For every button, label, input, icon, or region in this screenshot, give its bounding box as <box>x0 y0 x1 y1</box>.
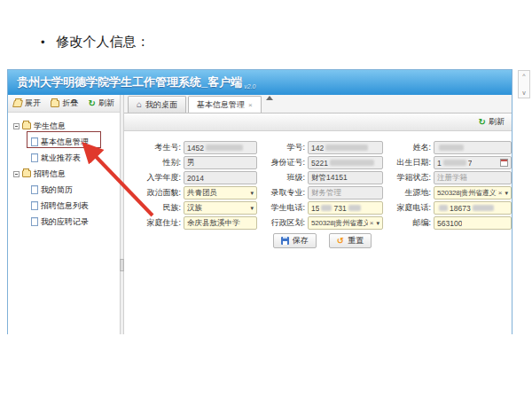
redacted-text <box>443 160 466 166</box>
tab-bar: ⌂ 我的桌面 基本信息管理 × <box>124 95 512 113</box>
panel-refresh-label: 刷新 <box>489 116 505 128</box>
panel-collapse-arrow-icon[interactable] <box>266 96 273 100</box>
field-label: 生源地: <box>383 187 431 199</box>
admin-district-combobox[interactable]: 520328|贵州省遵义市湄潭 × ▾ <box>308 216 383 230</box>
tree-refresh-label: 刷新 <box>98 98 114 109</box>
collapse-minus-icon[interactable] <box>13 123 20 129</box>
expand-all-button[interactable]: 展开 <box>13 98 41 109</box>
reset-button[interactable]: ↺ 重置 <box>329 233 372 248</box>
field-postcode: 邮编: 563100 <box>383 215 512 231</box>
field-id-card: 身份证号: 5221 <box>257 155 383 170</box>
chevron-down-icon[interactable]: ▾ <box>250 190 254 197</box>
tree-node-label: 就业推荐表 <box>41 153 81 164</box>
clear-icon[interactable]: × <box>370 219 374 227</box>
sidebar-splitter[interactable] <box>120 95 124 334</box>
ethnicity-select[interactable]: 汉族 ▾ <box>184 201 257 215</box>
app-window: 贵州大学明德学院学生工作管理系统_客户端 v2.0 展开 折叠 ↻ 刷新 <box>7 69 512 334</box>
tab-label: 我的桌面 <box>145 99 177 111</box>
tree-refresh-button[interactable]: ↻ 刷新 <box>89 98 114 109</box>
field-ethnicity: 民族: 汉族 ▾ <box>133 200 257 215</box>
student-info-form: 考生号: 1452 学号: 142 姓名: <box>124 131 512 334</box>
scroll-up-icon[interactable]: ^ <box>522 73 525 79</box>
field-label: 身份证号: <box>257 157 305 168</box>
collapse-minus-icon[interactable] <box>13 171 20 177</box>
field-student-phone: 学生电话: 15 731 <box>257 200 383 215</box>
collapse-all-button[interactable]: 折叠 <box>51 98 78 109</box>
panel-toolbar: ↻ 刷新 <box>124 113 512 131</box>
home-address-input[interactable]: 余庆县敖溪中学 <box>184 216 257 230</box>
admitted-major-input[interactable]: 财务管理 <box>308 186 383 200</box>
gender-input[interactable]: 男 <box>184 156 257 169</box>
tree-node-employment-form[interactable]: 就业推荐表 <box>8 150 120 166</box>
tree-node-label: 基本信息管理 <box>41 137 89 148</box>
field-home-phone: 家庭电话: 18673 <box>383 200 512 215</box>
field-label: 出生日期: <box>383 157 431 168</box>
tree-node-my-resume[interactable]: 我的简历 <box>8 182 120 198</box>
folder-icon <box>22 122 31 129</box>
redacted-text <box>439 145 464 151</box>
form-grid: 考生号: 1452 学号: 142 姓名: <box>133 140 512 231</box>
class-input[interactable]: 财管14151 <box>308 171 383 184</box>
collapse-all-label: 折叠 <box>62 98 78 109</box>
page-icon <box>31 137 38 146</box>
scroll-down-icon[interactable]: v <box>522 90 526 96</box>
chevron-down-icon[interactable]: ▾ <box>505 190 508 197</box>
splitter-grip-icon[interactable] <box>120 259 124 271</box>
tree-node-recruit-info[interactable]: 招聘信息 <box>8 166 120 182</box>
home-icon: ⌂ <box>137 100 142 109</box>
navigation-tree: 学生信息 基本信息管理 就业推荐表 招聘信息 我的简历 <box>8 113 120 334</box>
birthdate-input[interactable]: 1 7 <box>434 156 512 169</box>
redacted-text <box>439 205 448 211</box>
field-admitted-major: 录取专业: 财务管理 <box>257 185 383 200</box>
registry-status-input[interactable]: 注册学籍 <box>434 171 512 184</box>
undo-icon: ↺ <box>337 237 344 246</box>
tree-node-apply-records[interactable]: 我的应聘记录 <box>8 214 120 230</box>
student-no-input[interactable]: 142 <box>308 141 383 154</box>
field-political-status: 政治面貌: 共青团员 ▾ <box>133 185 257 200</box>
clear-icon[interactable]: × <box>498 189 503 197</box>
field-label: 考生号: <box>133 142 181 153</box>
tab-my-desktop[interactable]: ⌂ 我的桌面 <box>128 96 186 113</box>
form-buttons: 保存 ↺ 重置 <box>133 233 512 248</box>
enroll-year-input[interactable]: 2014 <box>184 171 257 184</box>
field-label: 班级: <box>257 172 305 184</box>
field-admin-district: 行政区划: 520328|贵州省遵义市湄潭 × ▾ <box>257 215 383 231</box>
page-scrollbar[interactable]: ^ v <box>518 70 530 98</box>
sidebar-toolbar: 展开 折叠 ↻ 刷新 <box>8 95 120 113</box>
field-gender: 性别: 男 <box>133 155 257 170</box>
save-button[interactable]: 保存 <box>273 233 317 248</box>
tree-node-recruit-list[interactable]: 招聘信息列表 <box>8 198 120 214</box>
bullet-text: 修改个人信息： <box>57 34 150 51</box>
political-status-select[interactable]: 共青团员 ▾ <box>184 186 257 200</box>
tree-node-basic-info-mgmt[interactable]: 基本信息管理 <box>8 134 120 150</box>
panel-refresh-button[interactable]: ↻ 刷新 <box>479 116 505 128</box>
student-phone-input[interactable]: 15 731 <box>308 201 383 215</box>
tree-node-student-info[interactable]: 学生信息 <box>8 118 120 134</box>
tab-close-icon[interactable]: × <box>248 101 253 109</box>
tree-node-label: 我的简历 <box>41 184 73 196</box>
page-icon <box>31 153 38 162</box>
field-class: 班级: 财管14151 <box>257 170 383 185</box>
refresh-icon: ↻ <box>89 99 96 108</box>
field-label: 家庭住址: <box>133 217 181 229</box>
bullet-icon: • <box>41 35 45 49</box>
id-card-input[interactable]: 5221 <box>308 156 383 169</box>
name-input[interactable] <box>434 141 512 154</box>
chevron-down-icon[interactable]: ▾ <box>250 205 254 212</box>
field-candidate-no: 考生号: 1452 <box>133 140 257 155</box>
expand-all-label: 展开 <box>25 98 41 109</box>
chevron-down-icon[interactable]: ▾ <box>376 220 379 227</box>
origin-place-combobox[interactable]: 520328|贵州省遵义市湄潭 × ▾ <box>434 186 512 200</box>
save-button-label: 保存 <box>293 235 309 246</box>
tab-basic-info-mgmt[interactable]: 基本信息管理 × <box>188 96 262 113</box>
folder-closed-icon <box>51 100 59 107</box>
candidate-no-input[interactable]: 1452 <box>184 141 257 154</box>
field-name: 姓名: <box>383 140 512 155</box>
home-phone-input[interactable]: 18673 <box>434 201 512 215</box>
postcode-input[interactable]: 563100 <box>434 216 512 230</box>
folder-open-icon <box>12 100 23 107</box>
field-label: 行政区划: <box>257 217 305 229</box>
page-icon <box>31 217 38 226</box>
calendar-icon[interactable] <box>500 159 508 167</box>
field-label: 录取专业: <box>257 187 305 199</box>
